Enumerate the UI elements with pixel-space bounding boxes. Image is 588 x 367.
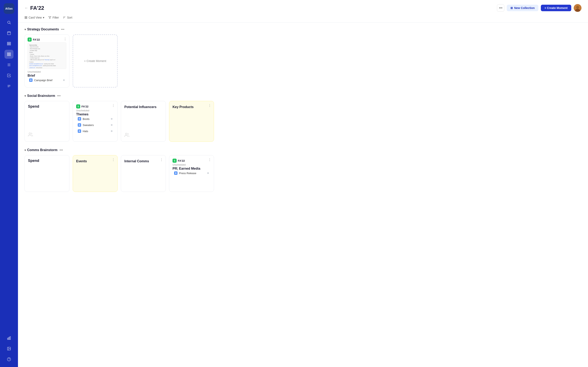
svg-rect-31 [25, 18, 26, 18]
svg-rect-46 [79, 124, 79, 125]
internal-comms-menu-button[interactable]: ⋮ [160, 158, 163, 162]
hats-item: Hats [76, 128, 114, 134]
press-release-dot [207, 172, 209, 174]
spend-person-icon [28, 132, 66, 138]
svg-rect-2 [8, 32, 11, 35]
boots-collection-icon [78, 117, 81, 120]
hats-collection-icon [78, 129, 81, 133]
brief-collection-name: Campaign Brief [34, 79, 61, 82]
logo-text: Atlas [5, 7, 13, 10]
brief-card-tag-label: FA'22 [33, 38, 40, 41]
internal-comms-card: ⋮ Internal Comms [121, 155, 166, 192]
section-social-more-button[interactable]: ••• [57, 94, 61, 98]
svg-point-41 [29, 133, 31, 134]
content-area: ▾ Strategy Documents ••• S FA'22 ⋮ [18, 23, 588, 367]
sidebar-item-calendar[interactable] [4, 29, 13, 38]
pr-card-menu-button[interactable]: ⋮ [208, 158, 211, 162]
section-chevron-icon-2: ▾ [25, 94, 26, 98]
svg-rect-56 [176, 172, 177, 173]
collection-icon: ⊞ [510, 6, 513, 9]
sidebar-item-list[interactable] [4, 60, 13, 69]
svg-rect-38 [31, 79, 32, 80]
themes-card-menu-button[interactable]: ⋮ [112, 104, 115, 108]
internal-comms-title: Internal Comms [124, 159, 162, 163]
new-collection-button[interactable]: ⊞ New Collection [507, 5, 538, 11]
section-comms-more-button[interactable]: ••• [60, 148, 63, 152]
pr-earned-media-title: PR; Earned Media [173, 167, 210, 170]
filter-button[interactable]: Filter [48, 15, 59, 20]
social-spend-title: Spend [28, 104, 66, 132]
section-strategy-more-button[interactable]: ••• [61, 27, 65, 31]
svg-rect-42 [79, 118, 79, 119]
svg-rect-44 [79, 119, 79, 120]
sweaters-item: Sweaters [76, 122, 114, 128]
brief-collection-item: Campaign Brief [27, 77, 66, 83]
more-icon: ••• [499, 6, 502, 10]
sidebar-item-help[interactable] [4, 355, 13, 364]
toolbar: Card View ▾ Filter Sort [25, 15, 581, 22]
sidebar-item-layers[interactable] [4, 39, 13, 48]
comms-spend-card: Spend [25, 155, 69, 192]
svg-point-0 [8, 21, 10, 24]
more-options-button[interactable]: ••• [497, 4, 504, 12]
svg-rect-57 [175, 173, 176, 174]
app-logo[interactable]: Atlas [4, 3, 14, 14]
filter-label: Filter [52, 16, 59, 19]
sidebar-item-chart[interactable] [4, 334, 13, 342]
potential-influencers-card: Potential Influencers [121, 101, 166, 142]
sidebar-item-grid[interactable] [4, 50, 13, 59]
brief-card-menu-button[interactable]: ⋮ [63, 37, 67, 41]
svg-rect-43 [80, 118, 80, 119]
back-arrow-icon[interactable]: ← [25, 6, 28, 10]
section-social-brainstorm-title: ▾ Social Brainstorm [25, 94, 55, 98]
press-release-item: Press Release [173, 170, 210, 176]
sidebar-item-tasks[interactable] [4, 71, 13, 80]
themes-card: S FA'22 ⋮ Unscheduled Themes Boots [73, 101, 118, 142]
card-view-button[interactable]: Card View ▾ [25, 15, 44, 20]
svg-rect-19 [8, 338, 8, 340]
svg-rect-11 [8, 55, 9, 56]
brief-card: S FA'22 ⋮ Sponsorship: - Booth #42 (10x1… [25, 34, 69, 87]
section-strategy-documents-title: ▾ Strategy Documents [25, 27, 59, 31]
sweaters-collection-icon [78, 123, 81, 127]
svg-point-54 [125, 133, 127, 135]
sidebar-item-search[interactable] [4, 18, 13, 27]
sidebar-item-image[interactable] [4, 344, 13, 353]
boots-item: Boots [76, 116, 114, 122]
themes-card-tag-label: FA'22 [81, 105, 88, 108]
events-title: Events [76, 159, 114, 163]
brief-card-title: Brief [27, 74, 66, 77]
sidebar-item-text[interactable] [4, 82, 13, 91]
key-products-card: ⋮ Key Products [169, 101, 214, 142]
events-card-menu-button[interactable]: ⋮ [112, 158, 115, 162]
svg-rect-39 [30, 80, 31, 81]
svg-rect-20 [9, 337, 9, 340]
svg-rect-10 [9, 53, 11, 54]
create-moment-button[interactable]: + Create Moment [541, 5, 571, 11]
section-comms-brainstorm-header: ▾ Comms Brainstorm ••• [25, 148, 581, 152]
sweaters-name: Sweaters [83, 124, 109, 127]
user-avatar[interactable] [574, 4, 581, 12]
sidebar: Atlas [0, 0, 18, 367]
svg-rect-52 [79, 131, 79, 132]
section-strategy-documents: ▾ Strategy Documents ••• S FA'22 ⋮ [25, 27, 581, 87]
boots-name: Boots [83, 117, 109, 120]
pr-card-tag-label: FA'22 [178, 159, 185, 162]
sort-label: Sort [67, 16, 72, 19]
themes-card-tag: S FA'22 [76, 104, 114, 108]
key-products-menu-button[interactable]: ⋮ [208, 104, 211, 108]
themes-card-title: Themes [76, 113, 114, 116]
create-moment-card-1[interactable]: + Create Moment [73, 34, 118, 87]
brief-card-unscheduled: Unscheduled [27, 71, 66, 73]
header: ← FA'22 ••• ⊞ New Collection + Create Mo… [18, 0, 588, 23]
section-social-brainstorm: ▾ Social Brainstorm ••• Spend S [25, 94, 581, 142]
pr-earned-media-card: S FA'22 ⋮ Unscheduled PR; Earned Media P… [169, 155, 214, 192]
svg-rect-32 [26, 18, 27, 18]
brief-card-doc-preview: Sponsorship: - Booth #42 (10x10) - Brand… [27, 42, 66, 69]
svg-point-27 [576, 6, 579, 9]
brief-card-tag: S FA'22 [27, 38, 66, 42]
key-products-title: Key Products [173, 105, 210, 109]
influencers-person-icon [124, 133, 162, 138]
sort-button[interactable]: Sort [63, 15, 72, 20]
section-chevron-icon: ▾ [25, 28, 26, 31]
